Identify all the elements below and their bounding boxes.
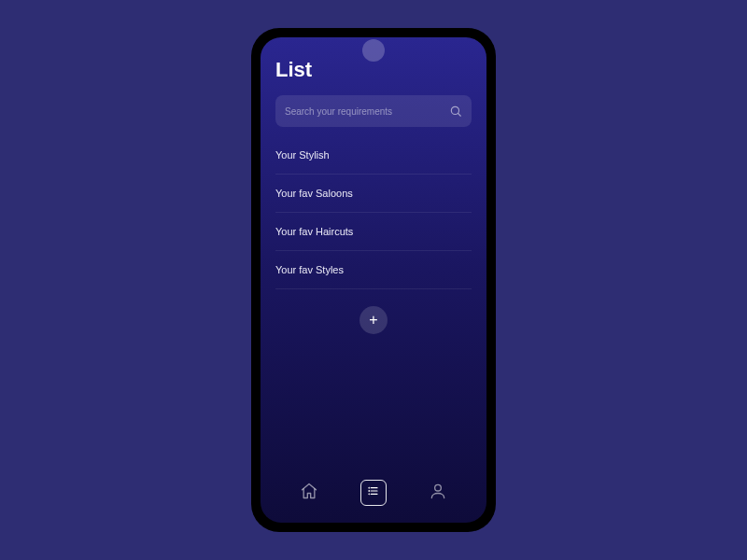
- list-item-label: Your fav Styles: [275, 264, 344, 275]
- svg-point-7: [369, 494, 370, 495]
- svg-line-1: [458, 114, 461, 117]
- svg-point-0: [451, 106, 458, 114]
- list-item[interactable]: Your Stylish: [275, 136, 472, 175]
- list-item-label: Your Stylish: [275, 149, 330, 161]
- list-item[interactable]: Your fav Styles: [275, 251, 472, 289]
- search-icon: [449, 105, 462, 118]
- search-input[interactable]: [285, 106, 449, 117]
- nav-profile[interactable]: [425, 480, 451, 506]
- svg-point-6: [369, 491, 370, 492]
- nav-home[interactable]: [296, 480, 322, 506]
- list-item-label: Your fav Haircuts: [275, 226, 353, 237]
- list-item[interactable]: Your fav Saloons: [275, 175, 472, 213]
- svg-point-8: [434, 484, 441, 491]
- nav-list[interactable]: [360, 480, 387, 506]
- list-item[interactable]: Your fav Haircuts: [275, 213, 472, 251]
- plus-icon: +: [369, 313, 377, 328]
- list-item-label: Your fav Saloons: [275, 188, 353, 199]
- list: Your Stylish Your fav Saloons Your fav H…: [275, 136, 472, 289]
- screen: List Your Stylish Your fav Saloons: [261, 37, 486, 523]
- user-icon: [429, 482, 447, 504]
- search-field[interactable]: [275, 95, 472, 127]
- phone-frame: List Your Stylish Your fav Saloons: [251, 28, 496, 532]
- camera-notch: [362, 39, 385, 62]
- content-area: List Your Stylish Your fav Saloons: [261, 37, 486, 470]
- svg-point-5: [369, 487, 370, 488]
- home-icon: [300, 482, 318, 504]
- bottom-nav: [261, 470, 486, 523]
- add-button-row: +: [275, 289, 472, 334]
- add-button[interactable]: +: [359, 306, 388, 334]
- list-icon: [366, 483, 381, 502]
